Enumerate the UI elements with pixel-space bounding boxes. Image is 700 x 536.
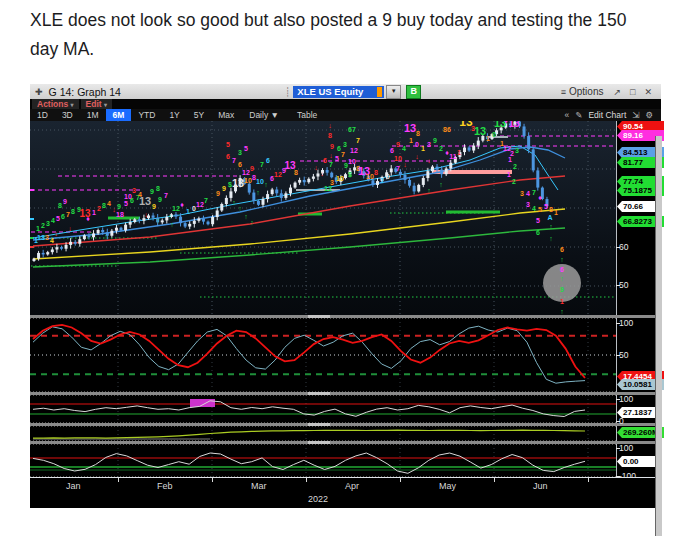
demark-annotation: 7	[532, 189, 536, 196]
demark-annotation: 8	[328, 132, 332, 139]
demark-annotation: ↑	[156, 217, 160, 224]
period-tab-max[interactable]: Max	[211, 109, 241, 121]
demark-annotation: 2	[513, 163, 517, 170]
month-label: May	[439, 481, 456, 491]
period-tab-1m[interactable]: 1M	[80, 109, 106, 121]
demark-annotation: 12	[172, 205, 180, 212]
close-icon[interactable]: ✕	[644, 87, 652, 97]
demark-annotation: 3	[427, 141, 431, 148]
period-tab-5y[interactable]: 5Y	[187, 109, 211, 121]
move-icon[interactable]: ✚	[35, 87, 43, 97]
demark-annotation: 4	[532, 205, 536, 212]
demark-annotation: 67	[348, 126, 356, 133]
demark-annotation: 8	[549, 206, 553, 213]
demark-annotation: 18	[116, 211, 124, 218]
demark-annotation: 4	[107, 200, 111, 207]
options-button[interactable]: Options	[569, 86, 603, 97]
demark-annotation: 6	[323, 157, 327, 164]
period-tab-1y[interactable]: 1Y	[162, 109, 186, 121]
demark-annotation: 12	[324, 185, 332, 192]
demark-annotation: ↑	[439, 181, 443, 188]
demark-annotation: 1	[554, 209, 558, 216]
chart-area: 113341234567891389↓↓♦1284↓9↑↑18567139979…	[30, 121, 661, 508]
demark-annotation: 8	[71, 208, 75, 215]
demark-annotation: ↓	[144, 211, 148, 218]
demark-annotation: 8	[374, 169, 378, 176]
frequency-dropdown[interactable]: Daily ▼	[241, 109, 287, 121]
period-tab-1d[interactable]: 1D	[30, 109, 55, 121]
demark-annotation: ↓	[328, 122, 332, 129]
oscillator-panel[interactable]	[30, 395, 616, 423]
demark-annotation: ↓	[415, 153, 419, 160]
volume-panel[interactable]	[30, 426, 616, 441]
demark-annotation: 8	[102, 202, 106, 209]
menu-edit[interactable]: Edit ▾	[81, 99, 112, 109]
demark-annotation: 4	[526, 190, 530, 197]
demark-annotation: 1	[508, 156, 512, 163]
edit-chart-button[interactable]: Edit Chart	[588, 110, 626, 120]
expand-icon[interactable]: ⇲	[632, 110, 639, 120]
demark-annotation: 10	[348, 158, 356, 165]
demark-annotation: 2	[439, 145, 443, 152]
demark-annotation: ↑	[168, 213, 172, 220]
demark-annotation: 1	[92, 209, 96, 216]
demark-annotation: 0	[386, 173, 390, 180]
demark-annotation: 12	[274, 171, 282, 178]
price-axis: 605090.5489.1684.51381.7777.7475.187570.…	[616, 121, 656, 315]
demark-annotation: 12	[196, 201, 204, 208]
table-button[interactable]: Table	[287, 109, 327, 121]
demark-annotation: ↑	[560, 275, 564, 282]
demark-annotation: 86	[443, 126, 451, 133]
demark-annotation: 7	[341, 151, 345, 158]
demark-annotation: 10	[244, 177, 252, 184]
security-dropdown-button[interactable]: ▼	[386, 85, 401, 99]
grip-icon: ┊	[285, 87, 290, 97]
demark-annotation: 9	[250, 165, 254, 172]
popout-icon[interactable]: ↗	[613, 87, 621, 97]
demark-annotation: 6	[560, 266, 564, 273]
demark-annotation: 13	[404, 122, 416, 134]
security-value: XLE US Equity	[297, 86, 363, 98]
security-input[interactable]: XLE US Equity	[293, 86, 384, 98]
demark-annotation: ↑	[244, 213, 248, 220]
maximize-icon[interactable]: □	[630, 87, 635, 97]
period-tab-ytd[interactable]: YTD	[131, 109, 162, 121]
period-tab-6m[interactable]: 6M	[106, 109, 132, 121]
axis-tick-label: 100	[619, 443, 633, 453]
demark-annotation: 6	[238, 161, 242, 168]
menu-actions[interactable]: Actions ▾	[32, 99, 79, 109]
period-toolbar: 1D3D1M6MYTD1Y5YMax Daily ▼ Table « ✎ Edi…	[30, 109, 661, 121]
demark-annotation: 1	[507, 171, 511, 178]
axis-tick-label: 60	[619, 242, 628, 252]
demark-annotation: 3	[238, 149, 242, 156]
demark-annotation: 5	[124, 200, 128, 207]
oscillator2-panel[interactable]	[30, 444, 616, 477]
demark-annotation: 13	[474, 125, 486, 137]
demark-annotation: ♦	[86, 215, 90, 222]
demark-annotation: 2	[41, 222, 45, 229]
demark-annotation: 12	[242, 169, 250, 176]
demark-annotation: ↑	[427, 187, 431, 194]
demark-annotation: 9	[560, 286, 564, 293]
highlight-box	[190, 399, 215, 407]
demark-annotation: 1	[421, 145, 425, 152]
demark-annotation: 3	[45, 234, 49, 241]
period-tab-3d[interactable]: 3D	[55, 109, 80, 121]
gear-icon[interactable]: ⚙	[645, 110, 653, 120]
price-panel[interactable]: 113341234567891389↓↓♦1284↓9↑↑18567139979…	[30, 121, 616, 315]
demark-annotation: ↓	[329, 152, 333, 159]
demark-annotation: 13	[508, 121, 520, 129]
demark-annotation: 6	[266, 157, 270, 164]
demark-annotation: ↓	[427, 157, 431, 164]
collapse-icon[interactable]: «	[565, 110, 570, 120]
demark-annotation: ↓	[54, 230, 58, 237]
demark-annotation: 8	[416, 130, 420, 137]
options-menu-icon: ≡	[561, 87, 566, 97]
demark-annotation: 10	[256, 178, 264, 185]
demark-annotation: 1	[380, 177, 384, 184]
stochastic-panel[interactable]	[30, 318, 616, 392]
bloomberg-b-button[interactable]: B	[406, 85, 421, 99]
demark-annotation: 5	[538, 206, 542, 213]
demark-annotation: 4	[50, 237, 54, 244]
window-edge-scrollbar[interactable]	[655, 136, 662, 536]
